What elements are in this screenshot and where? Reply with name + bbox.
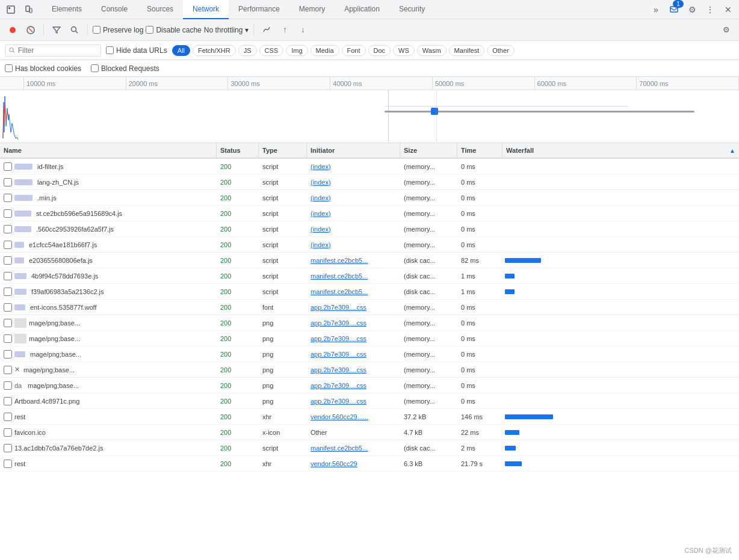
table-row[interactable]: rest 200 xhr vendor.560cc29...... 37.2 k…	[0, 409, 739, 425]
th-size[interactable]: Size	[400, 143, 457, 158]
td-waterfall	[502, 206, 739, 221]
table-row[interactable]: 4b9f94c578dd7693e.js 200 script manifest…	[0, 268, 739, 284]
table-row[interactable]: st.ce2bcb596e5a915689c4.js 200 script (i…	[0, 206, 739, 221]
tab-console[interactable]: Console	[91, 0, 137, 19]
tab-performance[interactable]: Performance	[229, 0, 289, 19]
table-row[interactable]: f39af06983a5a2136c2.js 200 script manife…	[0, 284, 739, 300]
preserve-log-checkbox[interactable]	[93, 26, 100, 34]
inspect-icon[interactable]	[2, 1, 19, 18]
chip-doc[interactable]: Doc	[368, 45, 391, 56]
chip-media[interactable]: Media	[311, 45, 339, 56]
preserve-log-label[interactable]: Preserve log	[93, 26, 143, 34]
message-button[interactable]: 1	[666, 1, 682, 18]
network-conditions-button[interactable]	[259, 22, 274, 38]
th-initiator[interactable]: Initiator	[307, 143, 400, 158]
chip-font[interactable]: Font	[342, 45, 366, 56]
disable-cache-label[interactable]: Disable cache	[146, 26, 201, 34]
row-checkbox[interactable]	[4, 256, 12, 265]
row-checkbox[interactable]	[4, 225, 12, 233]
table-row[interactable]: 13.ac1dbb7c0a7a76eb7de2.js 200 script ma…	[0, 440, 739, 456]
has-blocked-cookies-label[interactable]: Has blocked cookies	[5, 64, 81, 73]
table-row[interactable]: ✕ mage/png;base... 200 png app.2b7e309..…	[0, 362, 739, 378]
th-time[interactable]: Time	[457, 143, 502, 158]
td-size: (memory...	[400, 221, 457, 236]
chip-css[interactable]: CSS	[259, 45, 284, 56]
table-row[interactable]: Artboard.4c8971c.png 200 png app.2b7e309…	[0, 393, 739, 409]
settings-button[interactable]: ⚙	[684, 1, 700, 18]
network-settings-button[interactable]: ⚙	[719, 22, 734, 38]
device-toggle-icon[interactable]	[20, 1, 37, 18]
table-row[interactable]: .min.js 200 script (index) (memory... 0 …	[0, 190, 739, 206]
hide-data-urls-checkbox[interactable]	[106, 46, 114, 54]
stop-recording-button[interactable]	[23, 22, 39, 38]
row-checkbox[interactable]	[4, 272, 12, 280]
throttle-select[interactable]: No throttling ▾	[204, 26, 249, 34]
chip-all[interactable]: All	[172, 45, 190, 56]
table-row[interactable]: e1cfcc54ae181b66f7.js 200 script (index)…	[0, 237, 739, 253]
table-row[interactable]: e203655680806efa.js 200 script manifest.…	[0, 253, 739, 268]
row-checkbox[interactable]	[4, 428, 12, 437]
row-checkbox[interactable]	[4, 444, 12, 452]
row-checkbox[interactable]	[4, 209, 12, 218]
th-waterfall[interactable]: Waterfall ▲	[502, 143, 739, 158]
row-checkbox[interactable]	[4, 334, 12, 343]
table-row[interactable]: da mage/png;base... 200 png app.2b7e309.…	[0, 378, 739, 393]
row-checkbox[interactable]	[4, 288, 12, 296]
td-name: rest	[0, 456, 217, 471]
blocked-requests-label[interactable]: Blocked Requests	[91, 64, 159, 73]
row-checkbox[interactable]	[4, 162, 12, 171]
th-type[interactable]: Type	[259, 143, 307, 158]
blocked-requests-checkbox[interactable]	[91, 64, 99, 72]
filter-input[interactable]	[18, 46, 97, 55]
has-blocked-cookies-checkbox[interactable]	[5, 64, 13, 72]
row-checkbox[interactable]	[4, 241, 12, 249]
td-size: (memory...	[400, 206, 457, 221]
row-checkbox[interactable]	[4, 381, 12, 390]
table-row[interactable]: ent-icons.535877f.woff 200 font app.2b7e…	[0, 300, 739, 315]
disable-cache-checkbox[interactable]	[146, 26, 153, 34]
row-checkbox[interactable]	[4, 366, 12, 374]
chip-other[interactable]: Other	[487, 45, 515, 56]
close-devtools-button[interactable]: ✕	[720, 1, 737, 18]
chip-fetch-xhr[interactable]: Fetch/XHR	[193, 45, 236, 56]
row-checkbox[interactable]	[4, 397, 12, 405]
chip-wasm[interactable]: Wasm	[417, 45, 447, 56]
chip-js[interactable]: JS	[238, 45, 257, 56]
chip-ws[interactable]: WS	[393, 45, 415, 56]
table-row[interactable]: id-filter.js 200 script (index) (memory.…	[0, 159, 739, 174]
tab-sources[interactable]: Sources	[137, 0, 183, 19]
table-row[interactable]: mage/png;base... 200 png app.2b7e309....…	[0, 346, 739, 362]
table-row[interactable]: lang-zh_CN.js 200 script (index) (memory…	[0, 174, 739, 190]
th-status[interactable]: Status	[217, 143, 259, 158]
search-button[interactable]	[67, 22, 82, 38]
tab-network[interactable]: Network	[183, 0, 229, 19]
tab-security[interactable]: Security	[389, 0, 434, 19]
record-button[interactable]	[5, 22, 20, 38]
chip-img[interactable]: Img	[286, 45, 308, 56]
row-checkbox[interactable]	[4, 460, 12, 468]
row-checkbox[interactable]	[4, 350, 12, 358]
more-tabs-button[interactable]: »	[648, 1, 664, 18]
table-row[interactable]: mage/png;base... 200 png app.2b7e309....…	[0, 315, 739, 331]
export-har-button[interactable]: ↓	[295, 22, 311, 38]
tab-memory[interactable]: Memory	[289, 0, 335, 19]
tab-elements[interactable]: Elements	[42, 0, 91, 19]
row-checkbox[interactable]	[4, 413, 12, 421]
td-time: 0 ms	[457, 174, 502, 189]
chip-manifest[interactable]: Manifest	[449, 45, 485, 56]
th-name[interactable]: Name	[0, 143, 217, 158]
tab-application[interactable]: Application	[335, 0, 389, 19]
row-checkbox[interactable]	[4, 303, 12, 312]
filter-button[interactable]	[49, 22, 64, 38]
table-row[interactable]: rest 200 xhr vendor.560cc29 6.3 kB 21.79…	[0, 456, 739, 472]
more-options-button[interactable]: ⋮	[702, 1, 719, 18]
table-row[interactable]: .560cc2953926fa62a5f7.js 200 script (ind…	[0, 221, 739, 237]
row-checkbox[interactable]	[4, 194, 12, 202]
table-row[interactable]: favicon.ico 200 x-icon Other 4.7 kB 22 m…	[0, 425, 739, 440]
timeline-handle[interactable]	[431, 108, 438, 115]
hide-data-urls-label[interactable]: Hide data URLs	[106, 46, 167, 55]
table-row[interactable]: mage/png;base... 200 png app.2b7e309....…	[0, 331, 739, 346]
row-checkbox[interactable]	[4, 319, 12, 327]
import-har-button[interactable]: ↑	[277, 22, 292, 38]
row-checkbox[interactable]	[4, 178, 12, 186]
